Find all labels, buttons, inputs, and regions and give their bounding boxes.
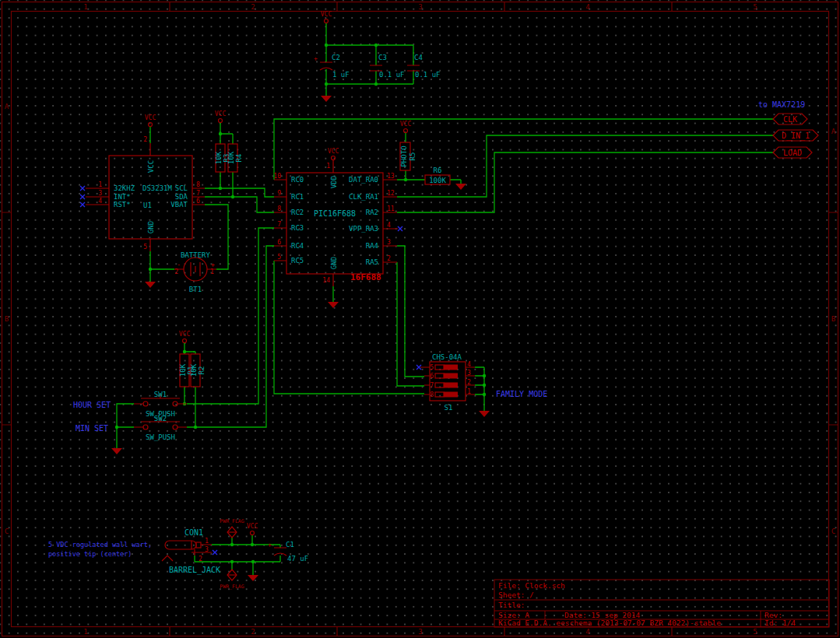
- title-block-generator: KiCad E.D.A. eeschema (2013-07-07 BZR 40…: [498, 619, 721, 627]
- annotation-psu-line2[interactable]: positive tip (center): [48, 550, 132, 558]
- pin-number: 8: [196, 181, 200, 188]
- value: 0.1 uF: [415, 71, 441, 79]
- annotation-min-set[interactable]: MIN SET: [76, 424, 108, 433]
- vcc-symbol[interactable]: VCC: [328, 148, 339, 160]
- pin-name: RA2: [366, 209, 378, 216]
- pin-number: 11: [387, 205, 395, 212]
- junction-dots: [115, 44, 486, 563]
- net-label: CLK: [783, 115, 797, 124]
- ref: C2: [332, 54, 340, 61]
- value: 1 uF: [332, 71, 350, 79]
- annotation-family-mode[interactable]: FAMILY MODE: [496, 390, 547, 398]
- wire-clk-net[interactable]: [274, 119, 773, 180]
- ic-u1-ds3231m[interactable]: 1 3 4 2 5 8 7 6 32KHZ INT* RST* SCL SDA …: [86, 136, 205, 251]
- resistor-r5-photo[interactable]: PHOTO R5: [400, 142, 416, 170]
- pin-number: 6: [196, 198, 200, 205]
- frame-col-label: 2: [251, 628, 255, 636]
- global-label-load[interactable]: LOAD: [773, 147, 812, 158]
- frame-col-label: 3: [418, 3, 422, 11]
- connector-con1-barrel-jack[interactable]: 1 3 2 CON1 BARREL_JACK: [162, 528, 220, 575]
- pin-number: 3: [98, 190, 102, 197]
- capacitor-c3[interactable]: C3 0.1 uF: [370, 54, 405, 79]
- wire-load-net[interactable]: [397, 152, 773, 212]
- global-label-d-in-1[interactable]: D_IN_1: [773, 130, 818, 141]
- vcc-symbol[interactable]: VCC: [179, 331, 191, 343]
- frame-col-label: 5: [753, 3, 757, 11]
- value: 10K: [215, 151, 223, 164]
- vcc-label: VCC: [179, 331, 191, 338]
- pin-number: 9: [277, 190, 281, 197]
- wire-scl[interactable]: [205, 188, 274, 197]
- wire-vbat-battery[interactable]: [205, 205, 228, 269]
- dip-switch-s1[interactable]: 5 6 7 8 4 3 2 1 CHS-04A S1: [420, 353, 475, 412]
- ic-u2-pic16f688[interactable]: 10 9 8 7 6 5 13 12 11 4 3 2 1 14 RC0 RC1…: [273, 160, 398, 286]
- annotation-psu-line1[interactable]: 5 VDC regulated wall wart,: [48, 541, 152, 549]
- vcc-label: VCC: [145, 114, 156, 121]
- frame-col-label: 4: [585, 3, 589, 11]
- frame-col-label: 1: [83, 3, 87, 11]
- title-block-sheet: Sheet: /: [498, 591, 534, 599]
- frame-col-label: 3: [418, 628, 422, 636]
- pin-number: 1: [326, 163, 330, 170]
- pin-number: 7: [430, 382, 434, 389]
- wires[interactable]: [117, 23, 773, 575]
- pin-number: 10: [273, 173, 281, 180]
- title-block-id: Id: 1/4: [764, 619, 796, 627]
- resistor-r4[interactable]: 10K R4: [227, 144, 243, 172]
- resistor-r6[interactable]: R6 100K: [425, 167, 450, 184]
- vcc-label: VCC: [328, 148, 339, 155]
- switch-sw2[interactable]: SW2 SW_PUSH: [134, 415, 187, 441]
- value: 10K: [227, 151, 235, 164]
- pwr-flag-symbol[interactable]: PWR_FLAG: [220, 518, 244, 538]
- minus-mark: -: [177, 261, 181, 268]
- pin-number: 5: [277, 254, 281, 261]
- battery-bt1[interactable]: - 2 + 1 BATTERY BT1: [174, 251, 216, 293]
- value: 10K: [190, 363, 198, 377]
- pin-number: 2: [174, 268, 178, 275]
- wire-ra5-dip[interactable]: [397, 262, 424, 386]
- pin-number: 8: [277, 205, 281, 212]
- frame-row-label: C: [831, 528, 835, 535]
- pin-name: RC4: [291, 242, 304, 250]
- wire-din-net[interactable]: [397, 135, 773, 197]
- capacitor-c4[interactable]: C4 0.1 uF: [407, 54, 441, 79]
- frame-col-label: 5: [753, 628, 757, 636]
- annotation-hour-set[interactable]: HOUR SET: [73, 401, 111, 409]
- wire-switch-pullups[interactable]: [185, 343, 195, 427]
- switch-sw1[interactable]: SW1 SW_PUSH: [134, 391, 187, 418]
- pin-number: 2: [467, 379, 471, 386]
- dip-switch-sliders[interactable]: [435, 365, 458, 398]
- net-label: LOAD: [783, 149, 802, 157]
- vcc-symbol[interactable]: VCC: [321, 11, 332, 23]
- wire-ra4-dip[interactable]: [397, 246, 424, 377]
- capacitor-c2[interactable]: + C2 1 uF: [314, 54, 350, 79]
- pin-name: GND: [330, 257, 338, 269]
- pin-number: 2: [387, 255, 391, 262]
- wire-rc5-dip[interactable]: [274, 261, 424, 394]
- pin-number: 5: [430, 364, 434, 371]
- vcc-symbol[interactable]: VCC: [215, 110, 227, 123]
- vcc-symbol[interactable]: VCC: [400, 121, 412, 133]
- pin-number: 4: [98, 198, 102, 205]
- vcc-symbol[interactable]: VCC: [145, 114, 156, 127]
- vcc-symbol[interactable]: VCC: [247, 523, 258, 535]
- pin-name: VBAT: [170, 201, 188, 209]
- wire-dip-gnd[interactable]: [475, 367, 484, 411]
- wire-switch-gnd[interactable]: [117, 404, 134, 448]
- global-label-clk[interactable]: CLK: [773, 114, 807, 124]
- resistor-r2[interactable]: 10K R2: [190, 354, 206, 387]
- pin-number: 8: [430, 391, 434, 398]
- title-block-title: Title:: [498, 601, 525, 609]
- vcc-label: VCC: [215, 110, 227, 117]
- capacitor-c1[interactable]: + C1 47 uF: [268, 541, 308, 563]
- pin-number: 3: [387, 239, 391, 246]
- net-label: D_IN_1: [782, 131, 810, 141]
- schematic-canvas[interactable]: 1 2 3 4 5 1 2 3 4 5 A B C A B C File: Cl…: [0, 0, 840, 638]
- ref: SW2: [154, 415, 167, 422]
- pin-number: 6: [430, 373, 434, 380]
- pin-name: RC0: [291, 176, 304, 184]
- pwr-flag-symbol[interactable]: PWR_FLAG: [220, 570, 244, 590]
- pin-name: RC5: [291, 257, 304, 265]
- annotation-to-max7219[interactable]: to MAX7219: [758, 100, 805, 109]
- pin-number: 3: [467, 370, 471, 377]
